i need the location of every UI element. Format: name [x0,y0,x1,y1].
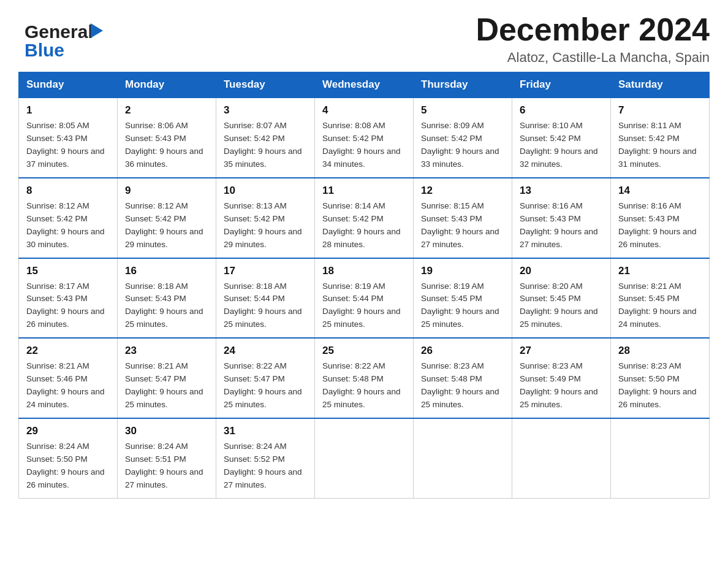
logo: General Blue [18,12,123,61]
calendar-cell: 31 Sunrise: 8:24 AMSunset: 5:52 PMDaylig… [216,418,315,498]
day-number: 27 [520,345,603,357]
day-number: 6 [520,104,603,117]
calendar-cell: 4 Sunrise: 8:08 AMSunset: 5:42 PMDayligh… [315,98,414,178]
day-info: Sunrise: 8:24 AMSunset: 5:52 PMDaylight:… [224,442,302,489]
day-info: Sunrise: 8:14 AMSunset: 5:42 PMDaylight:… [322,201,401,249]
day-number: 15 [26,265,110,277]
day-number: 29 [26,425,110,437]
day-number: 9 [125,185,208,197]
day-info: Sunrise: 8:16 AMSunset: 5:43 PMDaylight:… [618,201,697,249]
calendar-cell: 7 Sunrise: 8:11 AMSunset: 5:42 PMDayligh… [611,98,710,178]
day-number: 18 [322,265,406,277]
weekday-header-thursday: Thursday [414,72,512,98]
calendar-cell: 16 Sunrise: 8:18 AMSunset: 5:43 PMDaylig… [118,258,216,339]
day-number: 26 [421,345,504,357]
calendar-cell: 5 Sunrise: 8:09 AMSunset: 5:42 PMDayligh… [414,98,512,178]
day-info: Sunrise: 8:21 AMSunset: 5:45 PMDaylight:… [618,282,697,329]
day-number: 16 [125,265,208,277]
day-info: Sunrise: 8:22 AMSunset: 5:48 PMDaylight:… [322,361,401,409]
weekday-header-monday: Monday [118,72,216,98]
calendar-cell: 17 Sunrise: 8:18 AMSunset: 5:44 PMDaylig… [216,258,315,339]
day-number: 13 [520,185,603,197]
day-info: Sunrise: 8:08 AMSunset: 5:42 PMDaylight:… [322,121,401,169]
day-number: 22 [26,345,110,357]
weekday-header-tuesday: Tuesday [216,72,315,98]
day-number: 3 [224,104,307,117]
day-info: Sunrise: 8:05 AMSunset: 5:43 PMDaylight:… [26,121,105,169]
day-info: Sunrise: 8:18 AMSunset: 5:44 PMDaylight:… [224,282,302,329]
calendar-cell: 20 Sunrise: 8:20 AMSunset: 5:45 PMDaylig… [512,258,611,339]
day-number: 12 [421,185,504,197]
calendar-cell [414,418,512,498]
day-info: Sunrise: 8:15 AMSunset: 5:43 PMDaylight:… [421,201,499,249]
day-number: 20 [520,265,603,277]
calendar-cell: 2 Sunrise: 8:06 AMSunset: 5:43 PMDayligh… [118,98,216,178]
day-number: 24 [224,345,307,357]
day-info: Sunrise: 8:12 AMSunset: 5:42 PMDaylight:… [125,201,203,249]
calendar-cell: 29 Sunrise: 8:24 AMSunset: 5:50 PMDaylig… [19,418,118,498]
calendar-cell: 21 Sunrise: 8:21 AMSunset: 5:45 PMDaylig… [611,258,710,339]
calendar-cell: 25 Sunrise: 8:22 AMSunset: 5:48 PMDaylig… [315,338,414,418]
calendar-cell: 1 Sunrise: 8:05 AMSunset: 5:43 PMDayligh… [19,98,118,178]
weekday-header-saturday: Saturday [611,72,710,98]
svg-text:Blue: Blue [25,40,64,60]
day-info: Sunrise: 8:23 AMSunset: 5:48 PMDaylight:… [421,361,499,409]
day-info: Sunrise: 8:22 AMSunset: 5:47 PMDaylight:… [224,361,302,409]
day-info: Sunrise: 8:20 AMSunset: 5:45 PMDaylight:… [520,282,598,329]
day-info: Sunrise: 8:18 AMSunset: 5:43 PMDaylight:… [125,282,203,329]
calendar-week-row: 15 Sunrise: 8:17 AMSunset: 5:43 PMDaylig… [19,258,710,339]
day-info: Sunrise: 8:23 AMSunset: 5:50 PMDaylight:… [618,361,697,409]
day-info: Sunrise: 8:07 AMSunset: 5:42 PMDaylight:… [224,121,302,169]
day-number: 5 [421,104,504,117]
weekday-header-friday: Friday [512,72,611,98]
day-info: Sunrise: 8:17 AMSunset: 5:43 PMDaylight:… [26,282,105,329]
day-number: 31 [224,425,307,437]
calendar-cell [611,418,710,498]
calendar-week-row: 29 Sunrise: 8:24 AMSunset: 5:50 PMDaylig… [19,418,710,498]
calendar-cell: 14 Sunrise: 8:16 AMSunset: 5:43 PMDaylig… [611,178,710,258]
calendar-cell: 9 Sunrise: 8:12 AMSunset: 5:42 PMDayligh… [118,178,216,258]
day-number: 21 [618,265,702,277]
day-number: 10 [224,185,307,197]
day-info: Sunrise: 8:10 AMSunset: 5:42 PMDaylight:… [520,121,598,169]
day-number: 25 [322,345,406,357]
svg-marker-1 [91,23,103,38]
calendar-table: SundayMondayTuesdayWednesdayThursdayFrid… [18,72,710,498]
day-number: 1 [26,104,110,117]
day-number: 28 [618,345,702,357]
calendar-cell: 30 Sunrise: 8:24 AMSunset: 5:51 PMDaylig… [118,418,216,498]
day-info: Sunrise: 8:23 AMSunset: 5:49 PMDaylight:… [520,361,598,409]
day-number: 8 [26,185,110,197]
day-number: 4 [322,104,406,117]
calendar-cell: 8 Sunrise: 8:12 AMSunset: 5:42 PMDayligh… [19,178,118,258]
calendar-cell: 28 Sunrise: 8:23 AMSunset: 5:50 PMDaylig… [611,338,710,418]
day-info: Sunrise: 8:09 AMSunset: 5:42 PMDaylight:… [421,121,499,169]
day-number: 30 [125,425,208,437]
location-subtitle: Alatoz, Castille-La Mancha, Spain [476,50,710,66]
calendar-cell: 23 Sunrise: 8:21 AMSunset: 5:47 PMDaylig… [118,338,216,418]
svg-text:General: General [25,21,93,42]
calendar-cell: 26 Sunrise: 8:23 AMSunset: 5:48 PMDaylig… [414,338,512,418]
calendar-cell: 12 Sunrise: 8:15 AMSunset: 5:43 PMDaylig… [414,178,512,258]
day-info: Sunrise: 8:11 AMSunset: 5:42 PMDaylight:… [618,121,697,169]
day-number: 7 [618,104,702,117]
calendar-cell [315,418,414,498]
day-number: 17 [224,265,307,277]
day-info: Sunrise: 8:13 AMSunset: 5:42 PMDaylight:… [224,201,302,249]
day-info: Sunrise: 8:24 AMSunset: 5:51 PMDaylight:… [125,442,203,489]
calendar-week-row: 8 Sunrise: 8:12 AMSunset: 5:42 PMDayligh… [19,178,710,258]
calendar-cell [512,418,611,498]
calendar-cell: 19 Sunrise: 8:19 AMSunset: 5:45 PMDaylig… [414,258,512,339]
day-info: Sunrise: 8:19 AMSunset: 5:45 PMDaylight:… [421,282,499,329]
calendar-cell: 6 Sunrise: 8:10 AMSunset: 5:42 PMDayligh… [512,98,611,178]
day-number: 19 [421,265,504,277]
page-header: General Blue December 2024 Alatoz, Casti… [18,12,710,66]
day-number: 11 [322,185,406,197]
day-info: Sunrise: 8:19 AMSunset: 5:44 PMDaylight:… [322,282,401,329]
month-year-title: December 2024 [476,12,710,47]
day-info: Sunrise: 8:21 AMSunset: 5:47 PMDaylight:… [125,361,203,409]
calendar-week-row: 1 Sunrise: 8:05 AMSunset: 5:43 PMDayligh… [19,98,710,178]
calendar-cell: 13 Sunrise: 8:16 AMSunset: 5:43 PMDaylig… [512,178,611,258]
day-info: Sunrise: 8:16 AMSunset: 5:43 PMDaylight:… [520,201,598,249]
calendar-cell: 18 Sunrise: 8:19 AMSunset: 5:44 PMDaylig… [315,258,414,339]
